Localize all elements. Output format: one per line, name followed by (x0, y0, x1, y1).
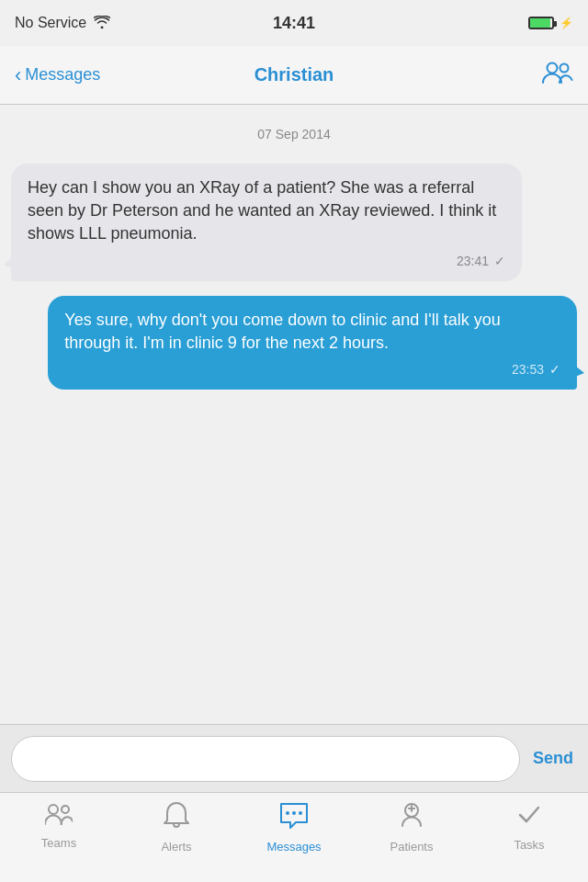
messages-tab-icon (279, 802, 309, 836)
svg-point-5 (292, 811, 296, 815)
status-time: 14:41 (273, 14, 315, 33)
tab-alerts[interactable]: Alerts (118, 802, 235, 854)
incoming-message-text: Hey can I show you an XRay of a patient?… (28, 176, 505, 246)
messages-area: 07 Sep 2014 Hey can I show you an XRay o… (0, 105, 588, 724)
incoming-check-icon: ✓ (494, 254, 505, 268)
nav-title: Christian (254, 64, 334, 85)
back-chevron-icon: ‹ (15, 65, 21, 85)
alerts-tab-icon (164, 802, 189, 836)
outgoing-check-icon: ✓ (549, 362, 560, 377)
battery-fill (530, 18, 550, 28)
tab-teams[interactable]: Teams (0, 802, 118, 850)
wifi-icon (94, 16, 110, 31)
tab-messages[interactable]: Messages (235, 802, 353, 854)
svg-point-1 (560, 64, 569, 73)
input-area: Send (0, 724, 588, 792)
svg-point-3 (62, 806, 69, 813)
tab-messages-label: Messages (266, 840, 321, 854)
message-input[interactable] (11, 736, 520, 782)
tab-alerts-label: Alerts (161, 840, 191, 854)
back-button[interactable]: ‹ Messages (15, 65, 100, 85)
navigation-bar: ‹ Messages Christian (0, 46, 588, 105)
outgoing-message-text: Yes sure, why don't you come down to cli… (64, 309, 560, 355)
outgoing-meta: 23:53 ✓ (64, 362, 560, 377)
svg-point-6 (299, 811, 302, 815)
back-label: Messages (25, 65, 100, 85)
status-left: No Service (15, 15, 110, 31)
battery-icon (528, 17, 554, 29)
incoming-bubble: Hey can I show you an XRay of a patient?… (11, 164, 522, 281)
carrier-label: No Service (15, 15, 86, 31)
svg-point-4 (286, 811, 289, 815)
incoming-meta: 23:41 ✓ (28, 254, 505, 268)
tasks-tab-icon (516, 802, 542, 834)
outgoing-bubble: Yes sure, why don't you come down to cli… (48, 296, 577, 390)
teams-tab-icon (45, 802, 73, 832)
charging-icon: ⚡ (560, 17, 573, 29)
status-bar: No Service 14:41 ⚡ (0, 0, 588, 46)
contact-icon[interactable] (542, 59, 573, 91)
svg-point-0 (548, 63, 558, 74)
outgoing-timestamp: 23:53 (512, 362, 544, 377)
send-button[interactable]: Send (529, 749, 577, 768)
tab-tasks[interactable]: Tasks (470, 802, 588, 852)
tab-tasks-label: Tasks (514, 838, 544, 852)
incoming-message-row: Hey can I show you an XRay of a patient?… (11, 164, 577, 281)
tab-bar: Teams Alerts Messages (0, 792, 588, 882)
tab-patients-label: Patients (390, 840, 434, 854)
patients-tab-icon (399, 802, 424, 836)
tab-teams-label: Teams (41, 836, 76, 850)
svg-point-2 (49, 805, 58, 814)
tab-patients[interactable]: Patients (353, 802, 470, 854)
incoming-timestamp: 23:41 (457, 254, 489, 268)
status-right: ⚡ (528, 17, 573, 29)
outgoing-message-row: Yes sure, why don't you come down to cli… (11, 296, 577, 390)
date-divider: 07 Sep 2014 (11, 127, 577, 141)
